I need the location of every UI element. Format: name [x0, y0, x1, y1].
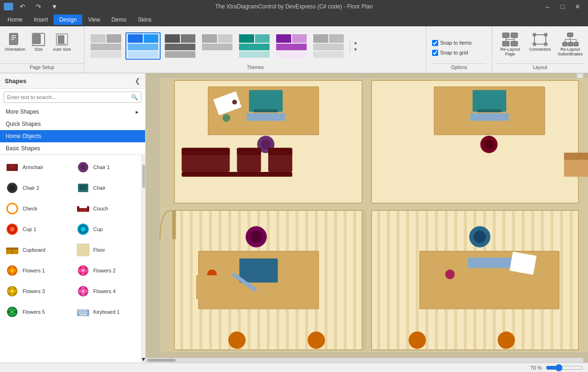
svg-rect-27 [574, 42, 579, 46]
snap-to-items-label: Snap to items [440, 40, 472, 46]
shape-thumb-chair [76, 180, 91, 195]
shape-item-check[interactable]: Check [0, 198, 71, 219]
theme-btn-7[interactable] [311, 32, 346, 60]
svg-point-194 [409, 332, 426, 349]
shape-item-chair2[interactable]: Chair 2 [0, 178, 71, 198]
theme-btn-6[interactable] [274, 32, 309, 60]
menu-view[interactable]: View [82, 15, 106, 25]
shapes-scrollbar-track[interactable]: ▼ [141, 155, 145, 363]
shape-thumb-cup [76, 222, 91, 237]
svg-rect-9 [503, 33, 509, 38]
svg-rect-104 [79, 314, 87, 315]
svg-point-77 [8, 289, 11, 293]
nav-home-objects[interactable]: Home Objects [0, 130, 145, 142]
title-left-icons: ↶ ↷ ▼ [4, 2, 61, 11]
svg-point-159 [232, 100, 237, 104]
menu-insert[interactable]: Insert [28, 15, 54, 25]
shape-item-chair[interactable]: Chair [71, 178, 142, 198]
size-label: Size [34, 47, 43, 52]
sidebar: Shapes ❮ 🔍 More Shapes ► Quick Shapes Ho… [0, 73, 146, 363]
svg-rect-182 [240, 258, 278, 282]
options-section: Snap to items Snap to grid Options [426, 26, 492, 73]
shape-item-cup[interactable]: Cup [71, 219, 142, 240]
canvas-scroll-thumb[interactable] [147, 359, 176, 362]
shape-item-flowers3[interactable]: Flowers 3 [0, 281, 71, 302]
shape-name-check: Check [23, 206, 37, 211]
menu-home[interactable]: Home [2, 15, 28, 25]
canvas-area[interactable]: ▲ ▼ [146, 73, 588, 363]
size-button[interactable]: Size [27, 30, 50, 54]
redo-button[interactable]: ↷ [32, 2, 45, 11]
maximize-button[interactable]: □ [556, 2, 569, 11]
svg-point-74 [10, 287, 14, 290]
nav-basic-shapes[interactable]: Basic Shapes [0, 142, 145, 155]
auto-size-button[interactable]: AUTO Auto Size [51, 30, 73, 54]
svg-point-76 [10, 292, 14, 296]
shape-item-flowers1[interactable]: Flowers 1 [0, 260, 71, 281]
svg-rect-11 [503, 41, 509, 46]
svg-point-189 [473, 231, 486, 243]
themes-scroll-up[interactable]: ▲ [352, 39, 359, 46]
connectors-button[interactable]: Connectors [526, 30, 554, 54]
sidebar-title: Shapes [5, 78, 26, 85]
menu-demo[interactable]: Demo [106, 15, 132, 25]
theme-btn-1[interactable] [88, 32, 124, 60]
svg-point-71 [78, 269, 82, 272]
close-button[interactable]: ✕ [571, 2, 584, 11]
snap-to-items-checkbox[interactable] [432, 40, 438, 46]
scroll-down-btn[interactable]: ▼ [142, 356, 145, 363]
shape-item-cup1[interactable]: Cup 1 [0, 219, 71, 240]
orientation-button[interactable]: Orientation [4, 30, 26, 54]
undo-button[interactable]: ↶ [16, 2, 29, 11]
svg-rect-24 [567, 33, 573, 37]
svg-point-75 [13, 289, 17, 293]
shape-item-floor[interactable]: Floor [71, 240, 142, 260]
canvas-bottom-scrollbar[interactable] [146, 358, 581, 363]
theme-btn-4[interactable] [200, 32, 235, 60]
sidebar-close-button[interactable]: ❮ [135, 77, 140, 85]
menu-skins[interactable]: Skins [132, 15, 157, 25]
canvas-scroll-up[interactable]: ▲ [577, 73, 583, 78]
shape-item-armchair[interactable]: Armchair [0, 157, 71, 178]
svg-point-19 [544, 42, 548, 46]
search-input[interactable] [4, 93, 128, 102]
shape-thumb-cup1 [5, 222, 20, 237]
shape-name-cup1: Cup 1 [23, 226, 36, 232]
customize-button[interactable]: ▼ [48, 2, 61, 11]
themes-row: ▲ ▼ [88, 28, 422, 64]
shape-name-armchair: Armchair [23, 164, 43, 170]
relayout-subordinates-button[interactable]: Re-LayoutSubordinates [556, 30, 584, 58]
snap-to-grid-row[interactable]: Snap to grid [432, 50, 486, 56]
search-icon: 🔍 [128, 92, 141, 102]
svg-rect-185 [196, 275, 220, 299]
shape-thumb-flowers4 [76, 284, 91, 299]
snap-to-grid-checkbox[interactable] [432, 50, 438, 56]
floor-plan-canvas[interactable] [146, 73, 588, 358]
theme-btn-2[interactable] [125, 32, 161, 60]
themes-scroll-down[interactable]: ▼ [352, 46, 359, 53]
shape-item-flowers5[interactable]: Flowers 5 [0, 302, 71, 322]
svg-point-52 [81, 227, 85, 232]
shape-item-cupboard[interactable]: Cupboard [0, 240, 71, 260]
shape-item-chair1[interactable]: Chair 1 [71, 157, 142, 178]
theme-btn-3[interactable] [162, 32, 198, 60]
nav-quick-shapes[interactable]: Quick Shapes [0, 118, 145, 130]
shape-item-keyboard1[interactable]: Keyboard 1 [71, 302, 142, 322]
snap-to-items-row[interactable]: Snap to items [432, 40, 486, 46]
shape-item-flowers4[interactable]: Flowers 4 [71, 281, 142, 302]
relayout-page-button[interactable]: Re-LayoutPage [496, 30, 524, 58]
minimize-button[interactable]: – [541, 2, 554, 11]
menu-design[interactable]: Design [54, 15, 82, 25]
nav-more-shapes[interactable]: More Shapes ► [0, 106, 145, 118]
svg-rect-99 [78, 312, 80, 313]
svg-rect-169 [478, 109, 502, 112]
theme-btn-5[interactable] [237, 32, 272, 60]
shape-item-flowers2[interactable]: Flowers 2 [71, 260, 142, 281]
svg-point-193 [445, 270, 455, 279]
zoom-slider[interactable] [546, 366, 583, 370]
svg-rect-192 [510, 252, 537, 275]
svg-point-90 [8, 312, 11, 315]
shape-item-couch[interactable]: Couch [71, 198, 142, 219]
shapes-scrollbar-thumb[interactable] [142, 164, 145, 188]
svg-point-88 [13, 312, 16, 315]
